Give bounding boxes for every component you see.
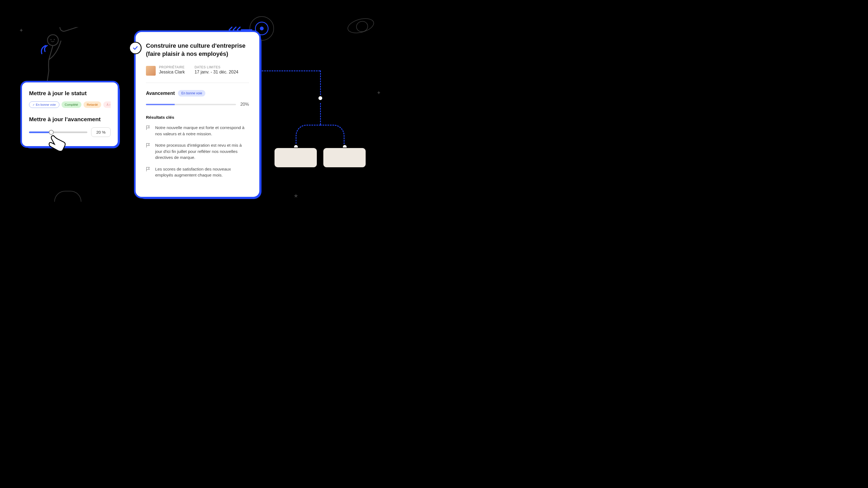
status-pill-risk[interactable]: À ri [103,101,111,108]
svg-rect-3 [59,27,95,32]
tree-node-card [274,148,317,168]
svg-point-2 [54,39,55,40]
avatar [146,66,156,76]
check-badge-icon [129,42,142,54]
status-pill-late[interactable]: Retardé [84,101,101,108]
status-heading: Mettre à jour le statut [29,90,111,97]
svg-point-0 [48,35,58,45]
tree-node-card [323,148,366,168]
star-icon: ★ [293,193,299,199]
key-result-text: Les scores de satisfaction des nouveaux … [155,166,249,178]
status-badge: En bonne voie [178,90,205,97]
progress-bar [146,104,236,105]
objective-card: Construire une culture d'entreprise (fai… [134,30,261,198]
progress-percent: 20% [240,102,249,107]
tree-diagram [262,70,370,179]
star-icon: ✦ [376,90,381,96]
key-result-item: Notre processus d'intégration est revu e… [146,142,249,161]
hand-cursor-illustration [46,134,71,162]
owner-name: Jessica Clark [159,70,185,74]
flag-icon [146,143,150,149]
progress-slider[interactable] [29,131,87,133]
key-results-heading: Résultats clés [146,115,249,120]
status-pill-group: En bonne voie Complété Retardé À ri [29,101,111,108]
owner-label: PROPRIÉTAIRE [159,65,185,69]
status-update-panel: Mettre à jour le statut En bonne voie Co… [20,81,119,148]
dates-value: 17 janv. - 31 déc. 2024 [194,70,239,74]
star-icon: ✦ [19,27,24,34]
progress-input[interactable]: 20 % [91,127,111,137]
key-result-text: Notre processus d'intégration est revu e… [155,142,249,161]
status-pill-ontrack[interactable]: En bonne voie [29,101,59,108]
svg-point-1 [51,39,52,40]
flag-icon [146,167,150,173]
planet-icon [346,16,376,36]
key-result-item: Notre nouvelle marque est forte et corre… [146,125,249,137]
flag-icon [146,125,150,131]
progress-heading: Mettre à jour l'avancement [29,116,111,123]
cloud-icon [54,191,82,202]
key-result-item: Les scores de satisfaction des nouveaux … [146,166,249,178]
status-pill-complete[interactable]: Complété [62,101,82,108]
progress-section-heading: Avancement [146,91,175,96]
key-result-text: Notre nouvelle marque est forte et corre… [155,125,249,137]
objective-title: Construire une culture d'entreprise (fai… [146,42,249,58]
dates-label: DATES LIMITES [194,65,239,69]
